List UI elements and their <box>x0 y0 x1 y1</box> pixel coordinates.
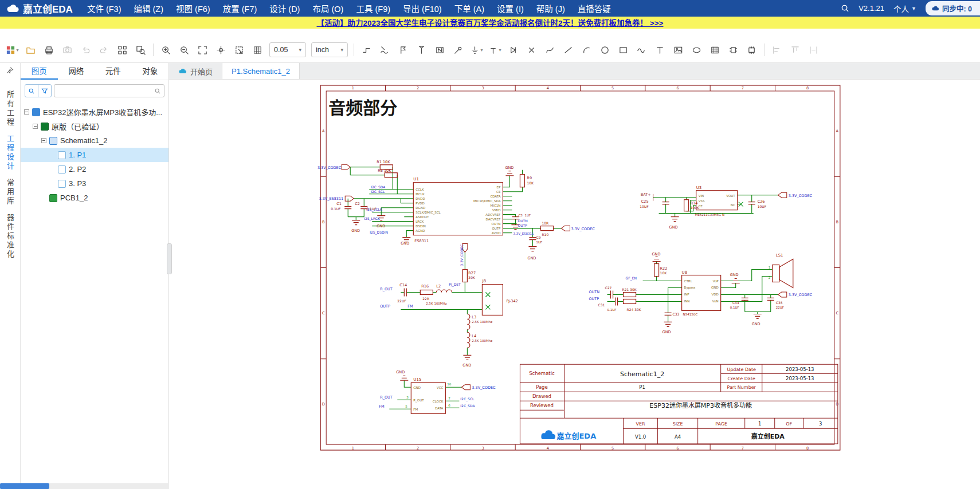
crosshair-button[interactable] <box>212 41 230 58</box>
schematic-label[interactable]: C <box>322 311 325 316</box>
component-symbol-button[interactable] <box>504 41 522 58</box>
schematic-label[interactable]: CDATA <box>490 195 500 198</box>
arc-button[interactable] <box>578 41 595 58</box>
circle-button[interactable] <box>596 41 614 58</box>
account-menu[interactable]: 个人 ▼ <box>893 3 916 14</box>
schematic-label[interactable]: C33 <box>673 312 680 316</box>
schematic-label[interactable]: 3.3V_CODEC <box>789 293 813 297</box>
tree-item[interactable]: PCB1_2 <box>21 191 168 205</box>
schematic-label[interactable]: CE <box>699 204 703 208</box>
menu-item[interactable]: 下单 (A) <box>448 2 491 14</box>
schematic-label[interactable]: OUTP <box>380 304 390 309</box>
schematic-label[interactable]: DGND <box>415 206 425 210</box>
schematic-label[interactable]: MIC1P/DMIC_SDA <box>473 199 501 203</box>
tree-item[interactable]: 原版（已验证） <box>21 119 168 133</box>
schematic-label[interactable]: A <box>322 129 325 133</box>
component-grid-button[interactable] <box>113 41 131 58</box>
schematic-label[interactable]: 3 <box>406 396 409 399</box>
schematic-label[interactable]: R_OUT <box>380 395 393 400</box>
sheet-table-button[interactable] <box>706 41 724 58</box>
schematic-label[interactable]: B <box>836 220 838 224</box>
schematic-label[interactable]: C27 <box>605 286 612 290</box>
sync-status-badge[interactable]: 同步中: 0 <box>926 1 980 15</box>
theme-button[interactable]: ▾ <box>3 41 21 58</box>
schematic-label[interactable]: L4 <box>472 334 476 338</box>
ground-button[interactable]: ▾ <box>468 41 485 58</box>
schematic-label[interactable]: ES8311 <box>414 239 429 243</box>
schematic-label[interactable]: C35 <box>776 301 783 305</box>
menu-item[interactable]: 放置 (F7) <box>217 2 264 14</box>
tree-expander[interactable] <box>33 124 38 129</box>
schematic-label[interactable]: 2023-05-13 <box>786 376 814 381</box>
schematic-label[interactable]: OUTP <box>518 223 527 227</box>
schematic-label[interactable]: GF_EN <box>626 276 637 281</box>
schematic-label[interactable]: C2 <box>355 202 360 206</box>
schematic-label[interactable]: R10 <box>542 232 548 236</box>
scrollbar-thumb[interactable] <box>0 483 49 489</box>
schematic-label[interactable]: R1 10K <box>377 160 390 164</box>
menu-item[interactable]: 直播答疑 <box>571 2 617 14</box>
schematic-label[interactable]: R21 30K <box>622 287 637 291</box>
schematic-label[interactable]: GND <box>462 363 471 368</box>
schematic-label[interactable]: SCLK/DMIC_SCL <box>415 211 441 215</box>
activity-tab[interactable]: 所有工程 <box>5 90 15 127</box>
schematic-label[interactable]: ASDOUT <box>415 215 429 219</box>
schematic-label[interactable]: FM <box>379 404 384 409</box>
schematic-label[interactable]: DATA <box>435 407 443 410</box>
schematic-label[interactable]: INN <box>684 299 690 303</box>
search-icon[interactable] <box>154 88 161 94</box>
tree-item[interactable]: 3. P3 <box>21 176 168 191</box>
schematic-label[interactable]: R_OUT <box>380 287 393 291</box>
schematic-label[interactable]: ME6211C33M5G-N <box>695 213 725 216</box>
schematic-label[interactable]: PVDD <box>415 202 425 205</box>
schematic-label[interactable]: 2.5K 100Mhz <box>472 320 492 324</box>
schematic-label[interactable]: 1 <box>758 421 761 427</box>
search-mode-button[interactable] <box>25 85 38 97</box>
schematic-label[interactable]: FM <box>413 408 418 411</box>
schematic-label[interactable]: C1 <box>336 202 342 206</box>
schematic-label[interactable]: 10UF <box>758 204 767 208</box>
schematic-label[interactable]: DVDD <box>415 197 425 200</box>
schematic-label[interactable]: C14 <box>399 283 407 288</box>
schematic-label[interactable]: I2C_SDA <box>460 404 475 408</box>
schematic-label[interactable]: C3 <box>518 214 523 217</box>
schematic-label[interactable]: 音频部分 <box>328 98 397 118</box>
schematic-label[interactable]: VoP <box>713 279 719 283</box>
rectangle-button[interactable] <box>614 41 632 58</box>
schematic-label[interactable]: Reviewed <box>530 403 554 408</box>
schematic-label[interactable]: 7 <box>448 397 450 400</box>
tree-item[interactable]: Schematic1_2 <box>21 133 168 148</box>
schematic-label[interactable]: GND <box>669 225 678 230</box>
panel-resize-handle[interactable] <box>167 243 172 274</box>
schematic-label[interactable]: L3 <box>472 315 476 320</box>
promo-banner-link[interactable]: 【活动】助力2023全国大学生电子设计竞赛百万奖学金活动报名倒计时2天！送免费打… <box>317 19 664 27</box>
align-top-button[interactable] <box>786 41 804 58</box>
schematic-label[interactable]: ESP32迷你墨水屏MP3收音机多功能 <box>649 401 752 409</box>
schematic-label[interactable]: R14 <box>691 201 698 206</box>
power-button[interactable]: ▾ <box>486 41 504 58</box>
schematic-label[interactable]: OUTN <box>492 222 501 226</box>
schematic-label[interactable]: ADCVREF <box>485 213 500 216</box>
net-label-button[interactable] <box>394 41 412 58</box>
find-component-button[interactable] <box>132 41 150 58</box>
schematic-label[interactable]: D <box>322 402 325 407</box>
net-name-button[interactable] <box>431 41 449 58</box>
schematic-label[interactable]: 6 <box>448 404 450 407</box>
schematic-label[interactable]: I2S_LRCK <box>364 216 381 221</box>
panel-tab[interactable]: 图页 <box>21 63 58 80</box>
schematic-label[interactable]: V1.0 <box>635 434 646 440</box>
schematic-label[interactable]: DSDIN <box>415 224 426 228</box>
schematic-label[interactable]: 8 <box>806 86 809 90</box>
schematic-label[interactable]: D <box>836 402 838 407</box>
bezier-button[interactable] <box>633 41 650 58</box>
schematic-label[interactable]: VCC <box>437 386 444 389</box>
schematic-label[interactable]: 2 <box>417 446 419 451</box>
schematic-label[interactable]: GND <box>505 165 513 170</box>
schematic-label[interactable]: NS4150C <box>683 313 698 316</box>
pin-panel-button[interactable] <box>6 66 14 76</box>
schematic-label[interactable]: Update Date <box>727 367 756 372</box>
schematic-label[interactable]: MIC1N <box>491 204 501 207</box>
schematic-label[interactable]: U1 <box>413 177 419 182</box>
schematic-label[interactable]: 0.1UF <box>730 306 739 309</box>
schematic-label[interactable]: 嘉立创EDA <box>556 432 596 440</box>
